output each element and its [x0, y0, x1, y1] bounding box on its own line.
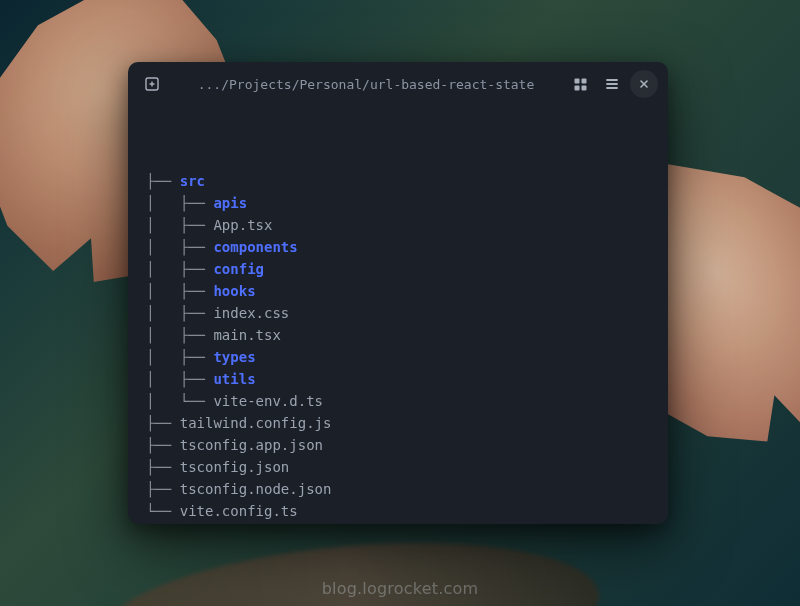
tree-line: │ ├── main.tsx	[146, 324, 650, 346]
tree-file: vite.config.ts	[180, 500, 298, 522]
tree-directory: utils	[213, 368, 255, 390]
tree-branch: │ ├──	[146, 302, 213, 324]
titlebar: .../Projects/Personal/url-based-react-st…	[128, 62, 668, 106]
grid-icon	[573, 77, 588, 92]
tree-line: │ ├── config	[146, 258, 650, 280]
tree-line: ├── src	[146, 170, 650, 192]
svg-rect-6	[581, 85, 586, 90]
tree-line: └── vite.config.ts	[146, 500, 650, 522]
tree-file: tsconfig.json	[180, 456, 290, 478]
tree-branch: ├──	[146, 478, 180, 500]
svg-rect-4	[581, 78, 586, 83]
svg-rect-5	[574, 85, 579, 90]
tree-branch: │ ├──	[146, 280, 213, 302]
tree-line: │ ├── index.css	[146, 302, 650, 324]
tree-line: │ ├── utils	[146, 368, 650, 390]
tree-file: index.css	[213, 302, 289, 324]
tree-branch: │ ├──	[146, 214, 213, 236]
tree-directory: apis	[213, 192, 247, 214]
tree-file: App.tsx	[213, 214, 272, 236]
grid-button[interactable]	[566, 70, 594, 98]
tree-branch: │ ├──	[146, 324, 213, 346]
tree-branch: │ ├──	[146, 192, 213, 214]
tree-line: │ ├── components	[146, 236, 650, 258]
tree-line: │ ├── apis	[146, 192, 650, 214]
tree-branch: ├──	[146, 456, 180, 478]
tree-branch: ├──	[146, 412, 180, 434]
svg-rect-3	[574, 78, 579, 83]
tree-line: │ ├── types	[146, 346, 650, 368]
tree-file: vite-env.d.ts	[213, 390, 323, 412]
tree-file: tsconfig.app.json	[180, 434, 323, 456]
tree-output: ├── src│ ├── apis│ ├── App.tsx│ ├── comp…	[146, 170, 650, 522]
tree-line: │ ├── hooks	[146, 280, 650, 302]
tree-branch: ├──	[146, 170, 180, 192]
terminal-window: .../Projects/Personal/url-based-react-st…	[128, 62, 668, 524]
tree-line: │ ├── App.tsx	[146, 214, 650, 236]
watermark: blog.logrocket.com	[322, 579, 479, 598]
tree-file: tailwind.config.js	[180, 412, 332, 434]
tree-branch: │ ├──	[146, 236, 213, 258]
tree-line: ├── tailwind.config.js	[146, 412, 650, 434]
new-tab-button[interactable]	[138, 70, 166, 98]
tree-branch: └──	[146, 500, 180, 522]
tree-file: tsconfig.node.json	[180, 478, 332, 500]
tree-directory: types	[213, 346, 255, 368]
tree-directory: src	[180, 170, 205, 192]
tree-directory: hooks	[213, 280, 255, 302]
tree-file: main.tsx	[213, 324, 280, 346]
tree-branch: │ └──	[146, 390, 213, 412]
tree-directory: config	[213, 258, 264, 280]
tree-branch: │ ├──	[146, 346, 213, 368]
window-title: .../Projects/Personal/url-based-react-st…	[176, 77, 556, 92]
tree-line: ├── tsconfig.json	[146, 456, 650, 478]
tree-branch: │ ├──	[146, 258, 213, 280]
tree-branch: ├──	[146, 434, 180, 456]
tree-line: ├── tsconfig.node.json	[146, 478, 650, 500]
terminal-output[interactable]: ├── src│ ├── apis│ ├── App.tsx│ ├── comp…	[128, 106, 668, 524]
plus-box-icon	[144, 76, 160, 92]
tree-line: ├── tsconfig.app.json	[146, 434, 650, 456]
close-button[interactable]	[630, 70, 658, 98]
tree-branch: │ ├──	[146, 368, 213, 390]
tree-directory: components	[213, 236, 297, 258]
hamburger-icon	[604, 76, 620, 92]
close-icon	[638, 78, 650, 90]
tree-line: │ └── vite-env.d.ts	[146, 390, 650, 412]
menu-button[interactable]	[598, 70, 626, 98]
